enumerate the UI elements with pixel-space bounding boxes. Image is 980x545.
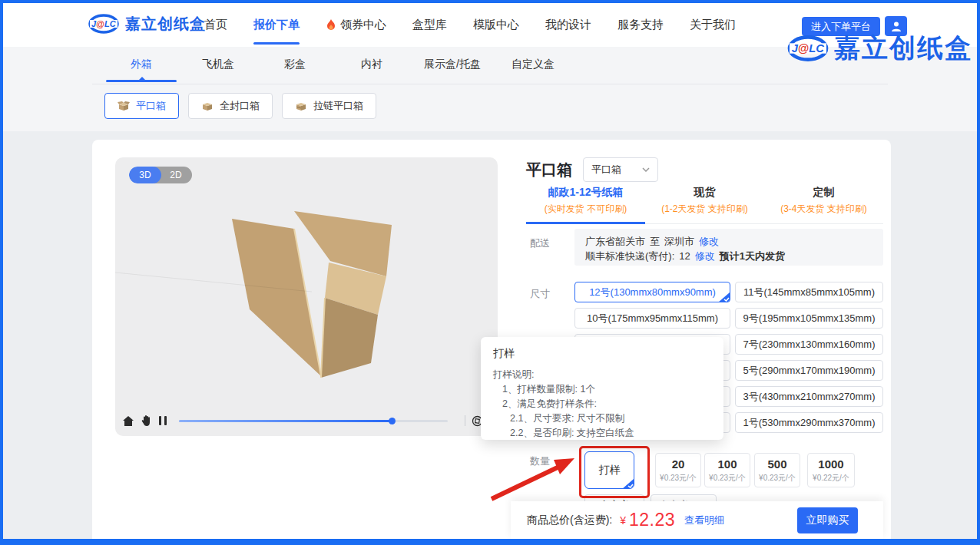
box-type-select[interactable]: 平口箱 (583, 157, 658, 182)
toggle-3d[interactable]: 3D (129, 167, 161, 183)
delivery-info-box: 广东省韶关市 至 深圳市 修改 顺丰标准快递(寄付): 12 修改 预计1天内发… (574, 229, 883, 266)
site-logo-text: 嘉立创纸盒 (125, 14, 206, 35)
tooltip-line: 1、打样数量限制: 1个 (493, 382, 711, 397)
nav-template-center[interactable]: 模版中心 (473, 18, 519, 32)
tab-outer-box[interactable]: 外箱 (103, 58, 180, 82)
tab-in-stock[interactable]: 现货 (1-2天发货 支持印刷) (645, 186, 764, 216)
modify-address-link[interactable]: 修改 (699, 234, 719, 249)
sample-quantity-button[interactable]: 打样 (584, 451, 634, 489)
tab-postal-boxes[interactable]: 邮政1-12号纸箱 (实时发货 不可印刷) (526, 186, 645, 216)
jlc-watermark-icon: J @ LC (786, 33, 829, 64)
svg-text:LC: LC (104, 19, 117, 28)
express-name: 顺丰标准快递(寄付): (585, 249, 674, 263)
box-icon (201, 101, 214, 111)
qty-option-20[interactable]: 20 ¥0.23元/个 (655, 453, 701, 487)
preview-viewer[interactable]: 3D 2D (115, 157, 498, 436)
box-icon (118, 101, 130, 111)
delivery-label: 配送 (530, 236, 550, 250)
subtype-full-seal-box-button[interactable]: 全封口箱 (188, 93, 273, 119)
qty-option-500[interactable]: 500 ¥0.23元/个 (754, 453, 800, 487)
brand-watermark-text: 嘉立创纸盒 (834, 31, 972, 66)
summary-bar: 商品总价(含运费): ¥ 12.23 查看明细 立即购买 (511, 501, 883, 539)
product-title: 平口箱 (526, 160, 572, 180)
size-option-9[interactable]: 9号(195mmx105mmx135mm) (735, 308, 883, 329)
total-price-label: 商品总价(含运费): (527, 514, 612, 527)
subtype-buttons: 平口箱 全封口箱 拉链平口箱 (104, 93, 376, 119)
modify-express-link[interactable]: 修改 (695, 249, 715, 263)
route-to: 深圳市 (664, 234, 694, 249)
subtype-flat-box-button[interactable]: 平口箱 (104, 93, 179, 119)
tooltip-line: 2.1、尺寸要求: 尺寸不限制 (493, 411, 711, 426)
nav-quote-order[interactable]: 报价下单 (253, 18, 300, 32)
reset-view-icon[interactable] (123, 416, 134, 426)
slider-fill (179, 420, 392, 422)
nav-coupon-center[interactable]: 领券中心 (326, 18, 386, 32)
jlc-logo-icon: J @ LC (88, 12, 119, 35)
slider-knob[interactable] (389, 418, 396, 424)
svg-text:@: @ (798, 42, 809, 54)
nav-about-us[interactable]: 关于我们 (690, 18, 736, 32)
selected-check-icon (622, 478, 634, 489)
main-nav: 首页 报价下单 领券中心 盒型库 模版中心 我的设计 服务支持 关于我们 (204, 3, 736, 47)
box-icon (295, 101, 307, 111)
size-option-10[interactable]: 10号(175mmx95mmx115mm) (574, 308, 730, 329)
pan-hand-icon[interactable] (141, 415, 151, 426)
tooltip-line: 打样说明: (493, 368, 711, 382)
flame-icon (326, 19, 336, 31)
selected-check-icon (718, 292, 730, 302)
size-option-1[interactable]: 1号(530mmx290mmx370mm) (735, 412, 883, 433)
view-detail-link[interactable]: 查看明细 (684, 514, 724, 527)
tooltip-title: 打样 (493, 347, 711, 361)
brand-watermark: J @ LC 嘉立创纸盒 (786, 31, 972, 66)
quantity-label: 数量 (530, 454, 550, 468)
tab-insert[interactable]: 内衬 (333, 58, 410, 82)
size-label: 尺寸 (530, 287, 550, 301)
currency-symbol: ¥ (620, 514, 626, 527)
route-word: 至 (650, 234, 660, 249)
tab-display-tray[interactable]: 展示盒/托盘 (410, 58, 495, 82)
nav-box-library[interactable]: 盒型库 (412, 18, 447, 32)
supply-tabs: 邮政1-12号纸箱 (实时发货 不可印刷) 现货 (1-2天发货 支持印刷) 定… (526, 186, 883, 224)
delivery-eta: 预计1天内发货 (720, 249, 785, 263)
nav-home[interactable]: 首页 (204, 18, 227, 32)
total-amount: 12.23 (629, 510, 675, 530)
qty-option-1000[interactable]: 1000 ¥0.22元/个 (807, 453, 855, 487)
tab-custom-box[interactable]: 自定义盒 (495, 58, 571, 82)
pause-icon[interactable] (159, 416, 167, 425)
svg-text:@: @ (96, 19, 104, 28)
chevron-down-icon (642, 167, 650, 172)
size-option-11[interactable]: 11号(145mmx85mmx105mm) (735, 282, 883, 302)
rotation-slider[interactable] (179, 420, 448, 422)
viewer-controls (115, 411, 498, 430)
controls-divider (465, 415, 465, 426)
tooltip-line: 2.2、是否印刷: 支持空白纸盒 (493, 426, 711, 441)
express-fee: 12 (679, 249, 690, 263)
size-option-3[interactable]: 3号(430mmx210mmx270mm) (735, 386, 883, 407)
subtype-zipper-flat-box-button[interactable]: 拉链平口箱 (282, 93, 376, 119)
sample-tooltip: 打样 打样说明: 1、打样数量限制: 1个 2、满足免费打样条件: 2.1、尺寸… (481, 337, 723, 440)
buy-now-button[interactable]: 立即购买 (797, 507, 858, 533)
category-tabs: 外箱 飞机盒 彩盒 内衬 展示盒/托盘 自定义盒 (103, 58, 571, 82)
nav-my-designs[interactable]: 我的设计 (545, 18, 591, 32)
size-option-12[interactable]: 12号(130mmx80mmx90mm) (574, 282, 730, 302)
route-from: 广东省韶关市 (585, 234, 645, 249)
tab-mailer-box[interactable]: 飞机盒 (180, 58, 257, 82)
tabs-divider (92, 84, 888, 84)
tab-color-box[interactable]: 彩盒 (257, 58, 333, 82)
svg-text:LC: LC (809, 42, 824, 54)
nav-support[interactable]: 服务支持 (617, 18, 664, 32)
qty-option-100[interactable]: 100 ¥0.23元/个 (704, 453, 750, 487)
box-3d-render (115, 157, 498, 436)
size-option-5[interactable]: 5号(290mmx170mmx190mm) (735, 360, 883, 381)
size-option-7[interactable]: 7号(230mmx130mmx160mm) (735, 334, 883, 355)
tooltip-line: 2、满足免费打样条件: (493, 397, 711, 411)
site-logo[interactable]: J @ LC 嘉立创纸盒 (88, 12, 206, 35)
tab-custom-made[interactable]: 定制 (3-4天发货 支持印刷) (764, 186, 883, 216)
